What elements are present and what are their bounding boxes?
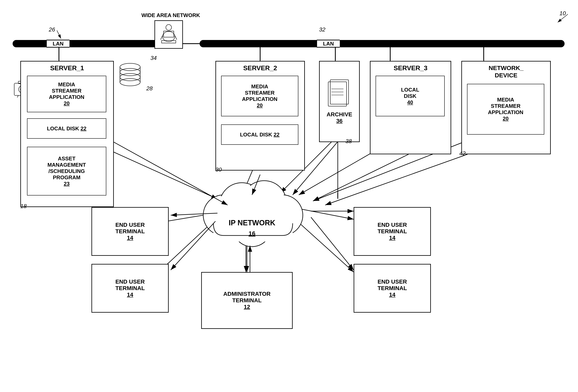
eut1-ref: 14: [127, 235, 133, 241]
server1-app-line1: MEDIA: [58, 81, 75, 88]
server1-disk-label: LOCAL DISK 22: [47, 125, 87, 132]
eut3-line1: END USER: [378, 222, 407, 228]
ref-28: 28: [146, 85, 153, 92]
server2-disk-label: LOCAL DISK 22: [240, 132, 280, 138]
eut4-line2: TERMINAL: [378, 285, 407, 291]
archive-box: ARCHIVE 36: [319, 61, 360, 142]
eut3-box: END USER TERMINAL 14: [354, 207, 431, 256]
disk-stack-icon: [118, 61, 142, 89]
wan-label: WIDE AREA NETWORK: [138, 12, 203, 18]
eut4-ref: 14: [389, 291, 395, 298]
lan-right-label: LAN: [317, 40, 340, 47]
server1-box: SERVER_1 MEDIA STREAMER APPLICATION 20 L…: [20, 61, 114, 207]
network-device-app-line3: APPLICATION: [488, 109, 523, 116]
eut2-line1: END USER: [115, 278, 145, 285]
server1-asset-line2: MANAGEMENT: [47, 162, 86, 168]
eut1-box: END USER TERMINAL 14: [92, 207, 169, 256]
eut2-line2: TERMINAL: [115, 285, 145, 291]
ip-network-cloud: IP NETWORK 16: [195, 170, 309, 248]
server3-disk-box: LOCAL DISK 40: [376, 76, 445, 116]
svg-line-74: [313, 154, 408, 201]
admin-terminal-box: ADMINISTRATOR TERMINAL 12: [201, 272, 293, 329]
server2-app-ref: 20: [257, 102, 263, 109]
eut2-ref: 14: [127, 291, 133, 298]
server1-asset-line3: /SCHEDULING: [48, 168, 85, 174]
server1-asset-line4: PROGRAM: [53, 174, 81, 181]
server1-asset-line1: ASSET: [58, 156, 76, 162]
ref-32: 32: [319, 26, 325, 33]
server1-app-box: MEDIA STREAMER APPLICATION 20: [27, 76, 106, 112]
svg-point-47: [120, 78, 140, 86]
eut4-box: END USER TERMINAL 14: [354, 264, 431, 313]
network-device-app-ref: 20: [503, 116, 509, 122]
archive-label: ARCHIVE: [327, 111, 352, 118]
svg-line-27: [161, 36, 163, 39]
eut3-ref: 14: [389, 235, 395, 241]
svg-line-24: [558, 14, 568, 22]
server3-box: SERVER_3 LOCAL DISK 40: [370, 61, 451, 154]
server1-app-ref: 20: [64, 100, 70, 107]
eut3-line2: TERMINAL: [378, 228, 407, 235]
archive-ref: 36: [336, 118, 342, 124]
network-device-app-line2: STREAMER: [491, 103, 521, 109]
ref-34: 34: [150, 55, 157, 61]
svg-line-31: [57, 31, 61, 39]
svg-rect-30: [164, 31, 174, 37]
svg-line-37: [16, 95, 18, 97]
network-device-box: NETWORK_DEVICE MEDIA STREAMER APPLICATIO…: [461, 61, 551, 154]
svg-line-28: [175, 36, 177, 39]
ref-42: 42: [459, 150, 466, 157]
server2-disk-box: LOCAL DISK 22: [221, 124, 298, 145]
server1-asset-ref: 23: [64, 181, 70, 187]
eut1-line1: END USER: [115, 222, 145, 228]
svg-point-25: [166, 25, 172, 30]
server1-label: SERVER_1: [21, 64, 113, 72]
eut4-line1: END USER: [378, 278, 407, 285]
server2-box: SERVER_2 MEDIA STREAMER APPLICATION 20 L…: [215, 61, 305, 170]
server2-app-line1: MEDIA: [251, 83, 268, 90]
svg-rect-51: [328, 82, 346, 106]
eut1-line2: TERMINAL: [115, 228, 145, 235]
lan-left-label: LAN: [46, 40, 70, 47]
server1-app-line2: STREAMER: [52, 88, 82, 94]
admin-terminal-line1: ADMINISTRATOR: [223, 291, 271, 297]
server3-label: SERVER_3: [371, 64, 451, 72]
server2-app-line3: APPLICATION: [242, 96, 277, 102]
admin-terminal-line2: TERMINAL: [232, 297, 262, 304]
svg-text:IP NETWORK: IP NETWORK: [229, 219, 275, 227]
admin-terminal-ref: 12: [244, 304, 250, 310]
network-device-app-box: MEDIA STREAMER APPLICATION 20: [467, 84, 544, 135]
server1-app-line3: APPLICATION: [49, 94, 84, 100]
svg-line-81: [311, 217, 354, 270]
eut2-box: END USER TERMINAL 14: [92, 264, 169, 313]
svg-text:16: 16: [248, 230, 255, 237]
wan-device-icon: [154, 20, 183, 49]
server2-label: SERVER_2: [216, 64, 304, 72]
server1-asset-box: ASSET MANAGEMENT /SCHEDULING PROGRAM 23: [27, 147, 106, 196]
svg-point-26: [163, 32, 175, 42]
ref-18: 18: [20, 203, 27, 209]
server3-disk-ref: 40: [407, 99, 413, 106]
ref-26: 26: [49, 26, 55, 33]
server3-disk-line2: DISK: [404, 93, 416, 99]
server3-disk-line1: LOCAL: [401, 87, 419, 93]
svg-line-75: [325, 154, 467, 205]
server2-app-line2: STREAMER: [245, 90, 275, 96]
ref-38: 38: [345, 138, 352, 145]
server2-app-box: MEDIA STREAMER APPLICATION 20: [221, 76, 298, 116]
archive-icon: [327, 79, 352, 109]
network-device-label: NETWORK_DEVICE: [462, 64, 550, 79]
network-device-app-line1: MEDIA: [497, 97, 514, 103]
server1-disk-box: LOCAL DISK 22: [27, 118, 106, 139]
